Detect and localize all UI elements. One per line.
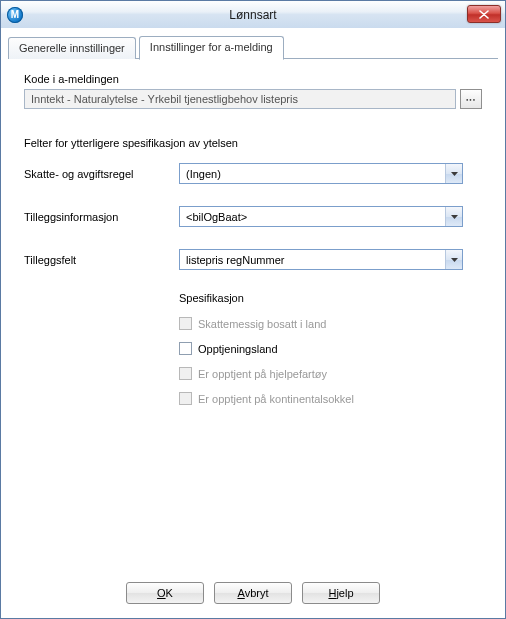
tilleggsfelt-label: Tilleggsfelt	[24, 254, 179, 266]
tab-amelding[interactable]: Innstillinger for a-melding	[139, 36, 284, 60]
app-icon: M	[7, 7, 23, 23]
chevron-down-icon	[451, 215, 458, 219]
chk-skattemessig-row: Skattemessig bosatt i land	[179, 316, 463, 331]
title-bar: M Lønnsart	[1, 1, 505, 29]
chk-hjelpefartoy-label: Er opptjent på hjelpefartøy	[198, 368, 327, 380]
chk-opptjeningsland-label: Opptjeningsland	[198, 343, 278, 355]
chk-hjelpefartoy-row: Er opptjent på hjelpefartøy	[179, 366, 463, 381]
chevron-down-icon	[451, 258, 458, 262]
chk-opptjeningsland-row[interactable]: Opptjeningsland	[179, 341, 463, 356]
cancel-button[interactable]: Avbryt	[214, 582, 292, 604]
skatte-dropdown-button[interactable]	[445, 164, 462, 183]
button-bar: OK Avbryt Hjelp	[1, 582, 505, 604]
tilleggsinfo-dropdown-button[interactable]	[445, 207, 462, 226]
chk-opptjeningsland[interactable]	[179, 342, 192, 355]
app-icon-letter: M	[11, 9, 19, 20]
tilleggsinfo-label: Tilleggsinformasjon	[24, 211, 179, 223]
tab-strip: Generelle innstillinger Innstillinger fo…	[8, 35, 498, 59]
ellipsis-icon: ●●●	[466, 97, 476, 102]
tab-panel-amelding: Kode i a-meldingen ●●● Felter for ytterl…	[8, 59, 498, 426]
kode-label: Kode i a-meldingen	[24, 73, 482, 85]
tilleggsinfo-combo[interactable]: <bilOgBaat>	[179, 206, 463, 227]
spec-heading: Spesifikasjon	[179, 292, 463, 304]
chk-skattemessig-label: Skattemessig bosatt i land	[198, 318, 326, 330]
client-area: Generelle innstillinger Innstillinger fo…	[1, 28, 505, 618]
chk-kontinentalsokkel	[179, 392, 192, 405]
skatte-value: (Ingen)	[180, 168, 445, 180]
close-icon	[479, 10, 489, 19]
chk-kontinentalsokkel-label: Er opptjent på kontinentalsokkel	[198, 393, 354, 405]
kode-browse-button[interactable]: ●●●	[460, 89, 482, 109]
tilleggsfelt-combo[interactable]: listepris regNummer	[179, 249, 463, 270]
close-button[interactable]	[467, 5, 501, 23]
skatte-label: Skatte- og avgiftsregel	[24, 168, 179, 180]
row-tilleggsinfo: Tilleggsinformasjon <bilOgBaat>	[24, 206, 482, 227]
chk-hjelpefartoy	[179, 367, 192, 380]
tilleggsinfo-value: <bilOgBaat>	[180, 211, 445, 223]
kode-input[interactable]	[24, 89, 456, 109]
tab-general[interactable]: Generelle innstillinger	[8, 37, 136, 59]
row-skatte: Skatte- og avgiftsregel (Ingen)	[24, 163, 482, 184]
fields-heading: Felter for ytterligere spesifikasjon av …	[24, 137, 482, 149]
tab-general-label: Generelle innstillinger	[19, 42, 125, 54]
chevron-down-icon	[451, 172, 458, 176]
ok-button[interactable]: OK	[126, 582, 204, 604]
window-title: Lønnsart	[1, 8, 505, 22]
chk-skattemessig	[179, 317, 192, 330]
kode-row: ●●●	[24, 89, 482, 109]
tilleggsfelt-dropdown-button[interactable]	[445, 250, 462, 269]
chk-kontinentalsokkel-row: Er opptjent på kontinentalsokkel	[179, 391, 463, 406]
row-tilleggsfelt: Tilleggsfelt listepris regNummer	[24, 249, 482, 270]
tilleggsfelt-value: listepris regNummer	[180, 254, 445, 266]
tab-amelding-label: Innstillinger for a-melding	[150, 41, 273, 53]
help-button[interactable]: Hjelp	[302, 582, 380, 604]
spec-block: Spesifikasjon Skattemessig bosatt i land…	[179, 292, 463, 406]
skatte-combo[interactable]: (Ingen)	[179, 163, 463, 184]
